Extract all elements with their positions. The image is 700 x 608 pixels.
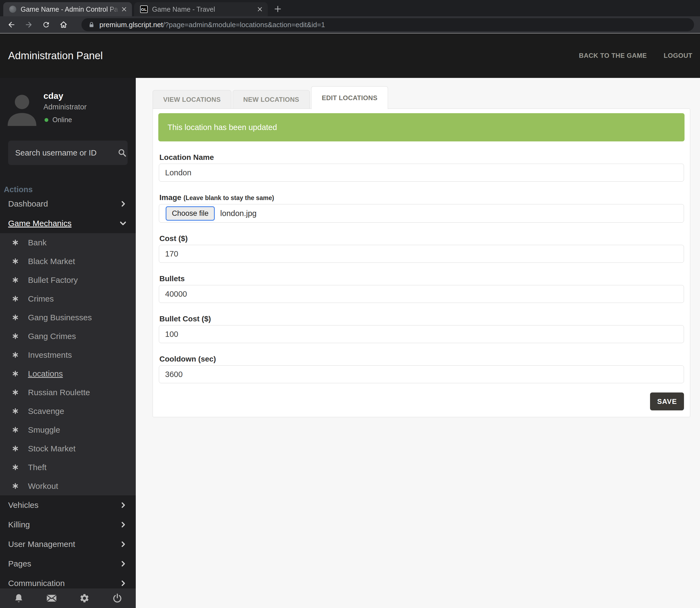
cooldown-input[interactable] (159, 365, 684, 383)
sidebar-subitem-workout[interactable]: Workout (0, 477, 136, 495)
bullet-cost-input[interactable] (159, 325, 684, 343)
sidebar: cday Administrator Online Actions Dashbo… (0, 78, 136, 608)
sidebar-subitem-smuggle[interactable]: Smuggle (0, 420, 136, 439)
logout-link[interactable]: LOGOUT (664, 52, 693, 59)
logout-power-icon[interactable] (112, 593, 123, 604)
sidebar-item-game-mechanics[interactable]: Game Mechanics (0, 214, 136, 233)
url-domain: premium.glscript.net (99, 21, 163, 29)
bullets-input[interactable] (159, 285, 684, 303)
edit-location-panel: This location has been updated Location … (153, 109, 690, 417)
game-mechanics-submenu: Bank Black Market Bullet Factory Crimes … (0, 233, 136, 495)
online-status-label: Online (52, 116, 72, 124)
browser-tab-admin-panel[interactable]: Game Name - Admin Control Pa (3, 2, 132, 16)
actions-section-label: Actions (4, 185, 136, 194)
sidebar-subitem-stock-market[interactable]: Stock Market (0, 439, 136, 458)
asterisk-icon (12, 295, 19, 302)
bullets-label: Bullets (160, 275, 684, 283)
sidebar-footer (0, 588, 136, 608)
asterisk-icon (12, 352, 19, 358)
sidebar-item-pages[interactable]: Pages (0, 554, 136, 573)
sidebar-subitem-russian-roulette[interactable]: Russian Roulette (0, 383, 136, 402)
locations-tab-bar: VIEW LOCATIONS NEW LOCATIONS EDIT LOCATI… (153, 86, 389, 109)
asterisk-icon (12, 464, 19, 471)
gl-logo-favicon-icon: GL (140, 5, 148, 13)
globe-favicon-icon (9, 6, 16, 13)
sidebar-subitem-bullet-factory[interactable]: Bullet Factory (0, 271, 136, 289)
chevron-down-icon (119, 220, 127, 227)
user-search-box (8, 140, 128, 165)
selected-file-name: london.jpg (220, 209, 257, 218)
asterisk-icon (12, 239, 19, 246)
sidebar-subitem-scavenge[interactable]: Scavenge (0, 402, 136, 420)
username: cday (43, 91, 63, 101)
asterisk-icon (12, 482, 19, 489)
asterisk-icon (12, 445, 19, 452)
close-tab-icon[interactable] (255, 5, 264, 14)
avatar (4, 90, 40, 126)
asterisk-icon (12, 333, 19, 340)
success-alert: This location has been updated (158, 113, 684, 141)
sidebar-item-user-management[interactable]: User Management (0, 534, 136, 554)
messages-envelope-icon[interactable] (46, 593, 57, 604)
sidebar-subitem-gang-crimes[interactable]: Gang Crimes (0, 327, 136, 345)
chevron-right-icon (120, 541, 127, 548)
edit-location-form: Location Name Image (Leave blank to stay… (158, 153, 684, 411)
choose-file-button[interactable]: Choose file (166, 206, 215, 221)
close-tab-icon[interactable] (119, 5, 129, 14)
image-hint: (Leave blank to stay the same) (184, 194, 274, 202)
online-status-dot (44, 118, 48, 122)
sidebar-subitem-black-market[interactable]: Black Market (0, 252, 136, 271)
location-name-label: Location Name (160, 153, 684, 162)
user-block: cday Administrator Online (0, 78, 136, 128)
sidebar-subitem-investments[interactable]: Investments (0, 345, 136, 364)
location-name-input[interactable] (159, 164, 684, 182)
browser-tab-strip: Game Name - Admin Control Pa GL Game Nam… (0, 0, 700, 16)
image-label: Image (Leave blank to stay the same) (160, 193, 684, 202)
sidebar-item-vehicles[interactable]: Vehicles (0, 495, 136, 515)
bullet-cost-label: Bullet Cost ($) (160, 315, 684, 323)
chevron-right-icon (120, 521, 127, 528)
admin-header: Administration Panel BACK TO THE GAME LO… (0, 33, 700, 78)
asterisk-icon (12, 314, 19, 321)
sidebar-subitem-crimes[interactable]: Crimes (0, 289, 136, 308)
asterisk-icon (12, 277, 19, 283)
asterisk-icon (12, 370, 19, 377)
browser-toolbar: premium.glscript.net/?page=admin&module=… (0, 16, 700, 33)
settings-gear-icon[interactable] (79, 593, 90, 604)
chevron-right-icon (120, 560, 127, 567)
page-title: Administration Panel (8, 50, 103, 62)
asterisk-icon (12, 408, 19, 415)
url-path: /?page=admin&module=locations&action=edi… (163, 21, 325, 29)
tab-new-locations[interactable]: NEW LOCATIONS (233, 90, 310, 109)
cooldown-label: Cooldown (sec) (160, 355, 684, 363)
sidebar-item-dashboard[interactable]: Dashboard (0, 194, 136, 214)
cost-input[interactable] (159, 245, 684, 263)
chevron-right-icon (120, 580, 127, 587)
notifications-bell-icon[interactable] (13, 593, 24, 604)
address-bar[interactable]: premium.glscript.net/?page=admin&module=… (81, 18, 694, 31)
search-icon[interactable] (117, 148, 127, 157)
new-tab-button[interactable] (272, 3, 283, 15)
sidebar-subitem-bank[interactable]: Bank (0, 233, 136, 252)
image-file-input[interactable]: Choose file london.jpg (159, 204, 684, 223)
search-input[interactable] (15, 149, 117, 157)
cost-label: Cost ($) (160, 234, 684, 243)
home-icon[interactable] (58, 19, 70, 31)
asterisk-icon (12, 258, 19, 265)
tab-edit-locations[interactable]: EDIT LOCATIONS (311, 86, 388, 109)
lock-icon (88, 21, 95, 28)
reload-icon[interactable] (40, 19, 52, 31)
user-role: Administrator (43, 103, 87, 111)
tab-view-locations[interactable]: VIEW LOCATIONS (153, 90, 231, 109)
forward-icon[interactable] (23, 19, 35, 31)
sidebar-subitem-gang-businesses[interactable]: Gang Businesses (0, 308, 136, 327)
chevron-right-icon (120, 201, 127, 207)
sidebar-subitem-locations[interactable]: Locations (0, 364, 136, 383)
tab-title: Game Name - Admin Control Pa (21, 5, 119, 13)
save-button[interactable]: SAVE (650, 393, 684, 411)
sidebar-item-killing[interactable]: Killing (0, 515, 136, 534)
back-icon[interactable] (5, 19, 17, 31)
back-to-game-link[interactable]: BACK TO THE GAME (579, 52, 647, 59)
sidebar-subitem-theft[interactable]: Theft (0, 458, 136, 477)
browser-tab-travel[interactable]: GL Game Name - Travel (134, 2, 268, 16)
